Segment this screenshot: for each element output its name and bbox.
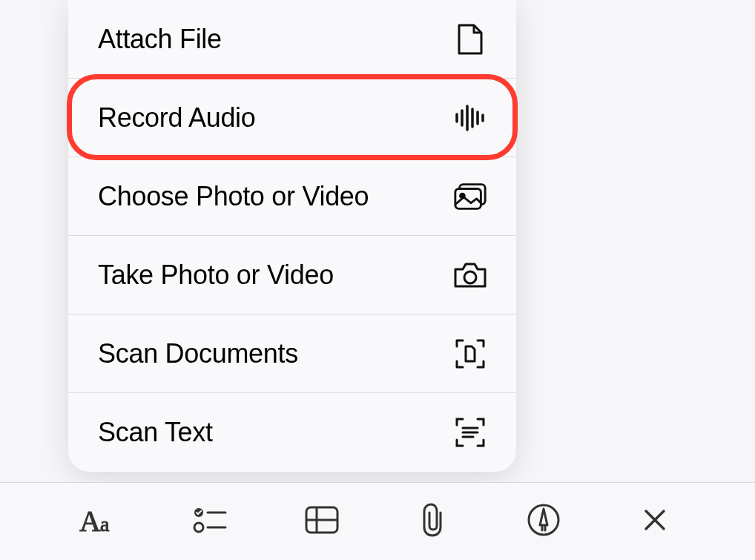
checklist-button[interactable] (188, 499, 233, 544)
menu-item-label: Choose Photo or Video (98, 181, 369, 212)
menu-item-label: Scan Documents (98, 338, 298, 369)
menu-item-scan-text[interactable]: Scan Text (68, 393, 516, 472)
menu-item-label: Record Audio (98, 102, 256, 134)
text-format-button[interactable]: A a (78, 499, 122, 544)
menu-item-attach-file[interactable]: Attach File (68, 0, 516, 79)
document-icon (452, 22, 488, 57)
close-icon (642, 507, 668, 536)
attachment-icon (418, 502, 448, 541)
photo-icon (452, 179, 488, 214)
table-icon (304, 505, 340, 538)
menu-item-take-photo-video[interactable]: Take Photo or Video (68, 236, 516, 314)
menu-item-label: Attach File (98, 24, 222, 55)
markup-button[interactable] (521, 499, 566, 544)
menu-item-label: Scan Text (98, 417, 213, 448)
scan-document-icon (452, 336, 488, 372)
text-format-icon: A a (79, 504, 121, 538)
menu-item-label: Take Photo or Video (98, 260, 334, 291)
close-button[interactable] (633, 499, 677, 544)
camera-icon (452, 257, 488, 293)
checklist-icon (193, 505, 228, 538)
menu-item-scan-documents[interactable]: Scan Documents (68, 314, 516, 393)
svg-text:a: a (100, 513, 110, 536)
bottom-toolbar: A a (0, 482, 755, 560)
svg-point-9 (464, 271, 476, 283)
markup-icon (527, 503, 561, 540)
attachment-menu: Attach File Record Audio Choose Photo or… (68, 0, 516, 472)
waveform-icon (452, 100, 488, 136)
table-button[interactable] (300, 499, 344, 544)
menu-item-choose-photo-video[interactable]: Choose Photo or Video (68, 157, 516, 236)
svg-text:A: A (79, 504, 101, 536)
scan-text-icon (452, 415, 488, 450)
svg-point-17 (194, 523, 203, 532)
menu-item-record-audio[interactable]: Record Audio (68, 79, 516, 157)
attachment-button[interactable] (411, 499, 455, 544)
